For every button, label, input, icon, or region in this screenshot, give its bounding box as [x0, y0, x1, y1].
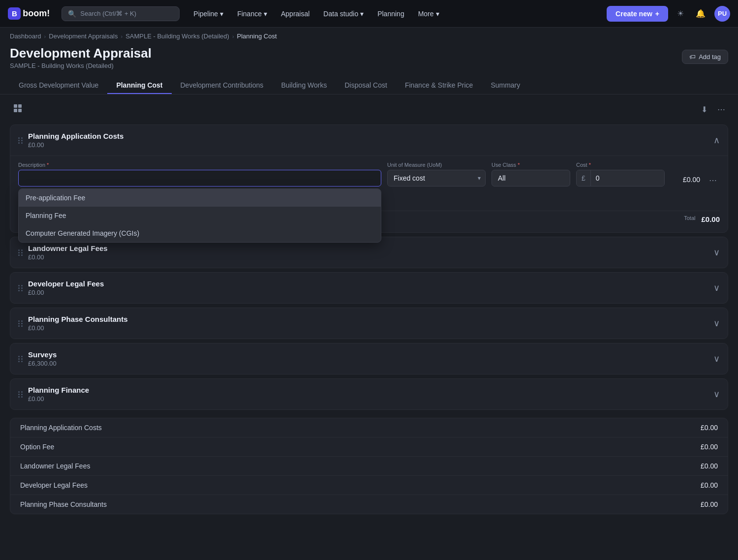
breadcrumb-dashboard[interactable]: Dashboard — [10, 32, 41, 40]
summary-row: Planning Phase Consultants £0.00 — [10, 495, 728, 514]
section-developer-legal-fees-header[interactable]: Developer Legal Fees £0.00 ∨ — [10, 273, 728, 303]
description-input-wrapper: Pre-application Fee Planning Fee Compute… — [18, 170, 381, 187]
add-tag-button[interactable]: 🏷 Add tag — [682, 50, 728, 64]
form-row: Description * Pre-application Fee Planni… — [18, 156, 720, 192]
use-class-display[interactable]: All — [492, 170, 570, 187]
row-amount: £0.00 — [671, 162, 700, 184]
section-title: Surveys — [28, 350, 708, 359]
search-icon: 🔍 — [68, 10, 76, 18]
section-amount: £0.00 — [28, 289, 708, 296]
create-new-button[interactable]: Create new + — [607, 6, 668, 22]
nav-appraisal[interactable]: Appraisal — [275, 7, 315, 21]
section-planning-phase-consultants: Planning Phase Consultants £0.00 ∨ — [10, 308, 728, 339]
page-subtitle: SAMPLE - Building Works (Detailed) — [10, 62, 152, 69]
section-surveys: Surveys £6,300.00 ∨ — [10, 343, 728, 374]
summary-row: Landowner Legal Fees £0.00 — [10, 457, 728, 476]
svg-rect-1 — [18, 104, 22, 108]
chevron-down-icon: ▾ — [220, 10, 223, 18]
tab-development-contributions[interactable]: Development Contributions — [172, 77, 273, 94]
theme-toggle-button[interactable]: ☀ — [674, 6, 687, 21]
section-amount: £0.00 — [28, 141, 708, 149]
drag-handle[interactable] — [18, 249, 23, 256]
uom-select[interactable]: Fixed cost — [387, 170, 486, 187]
collapse-icon[interactable]: ∧ — [713, 135, 720, 146]
summary-row: Option Fee £0.00 — [10, 437, 728, 457]
logo-icon: B — [8, 7, 21, 20]
chevron-down-icon: ▾ — [264, 10, 267, 18]
section-developer-legal-fees: Developer Legal Fees £0.00 ∨ — [10, 272, 728, 304]
download-button[interactable]: ⬇ — [698, 102, 710, 117]
section-planning-phase-consultants-header[interactable]: Planning Phase Consultants £0.00 ∨ — [10, 308, 728, 339]
nav-finance[interactable]: Finance ▾ — [231, 7, 273, 21]
tab-building-works[interactable]: Building Works — [272, 77, 336, 94]
nav-data-studio[interactable]: Data studio ▾ — [317, 7, 369, 21]
section-info: Planning Phase Consultants £0.00 — [28, 315, 708, 332]
nav-items: Pipeline ▾ Finance ▾ Appraisal Data stud… — [187, 7, 603, 21]
section-amount: £0.00 — [28, 324, 708, 332]
section-info: Surveys £6,300.00 — [28, 350, 708, 367]
grid-view-button[interactable] — [10, 100, 26, 119]
section-title: Planning Phase Consultants — [28, 315, 708, 323]
user-avatar[interactable]: PU — [714, 6, 730, 22]
breadcrumb: Dashboard › Development Appraisals › SAM… — [0, 28, 738, 40]
section-planning-application-costs-header[interactable]: Planning Application Costs £0.00 ∧ — [10, 125, 728, 156]
total-amount: £0.00 — [701, 215, 720, 223]
section-surveys-header[interactable]: Surveys £6,300.00 ∨ — [10, 343, 728, 374]
expand-icon[interactable]: ∨ — [713, 318, 720, 329]
section-amount: £0.00 — [28, 395, 708, 403]
drag-handle[interactable] — [18, 356, 23, 362]
nav-pipeline[interactable]: Pipeline ▾ — [187, 7, 229, 21]
nav-more[interactable]: More ▾ — [412, 7, 445, 21]
search-placeholder: Search (Ctrl/⌘ + K) — [80, 10, 136, 17]
section-title: Planning Finance — [28, 386, 708, 394]
summary-row-value: £0.00 — [701, 462, 718, 470]
chevron-down-icon: ▾ — [436, 10, 439, 18]
summary-row-label: Planning Application Costs — [20, 424, 102, 432]
drag-handle[interactable] — [18, 320, 23, 327]
summary-table: Planning Application Costs £0.00 Option … — [10, 418, 728, 514]
search-input[interactable]: 🔍 Search (Ctrl/⌘ + K) — [62, 6, 180, 21]
more-options-button[interactable]: ⋯ — [714, 102, 728, 117]
tab-summary[interactable]: Summary — [482, 77, 529, 94]
drag-handle[interactable] — [18, 285, 23, 291]
breadcrumb-development-appraisals[interactable]: Development Appraisals — [49, 32, 118, 40]
app-logo[interactable]: B boom! — [8, 7, 50, 20]
autocomplete-dropdown: Pre-application Fee Planning Fee Compute… — [18, 188, 381, 243]
autocomplete-item-cgis[interactable]: Computer Generated Imagery (CGIs) — [19, 224, 381, 242]
description-label: Description * — [18, 162, 381, 168]
autocomplete-item-planning-fee[interactable]: Planning Fee — [19, 207, 381, 224]
expand-icon[interactable]: ∨ — [713, 282, 720, 293]
tab-finance-strike-price[interactable]: Finance & Strike Price — [396, 77, 482, 94]
notifications-button[interactable]: 🔔 — [693, 6, 708, 21]
section-title: Developer Legal Fees — [28, 280, 708, 288]
tab-gross-development-value[interactable]: Gross Development Value — [10, 77, 107, 94]
description-input[interactable] — [18, 170, 381, 187]
nav-right-actions: Create new + ☀ 🔔 PU — [607, 6, 730, 22]
section-planning-finance: Planning Finance £0.00 ∨ — [10, 378, 728, 410]
section-amount: £0.00 — [28, 253, 708, 261]
summary-row-value: £0.00 — [701, 500, 718, 508]
section-planning-finance-header[interactable]: Planning Finance £0.00 ∨ — [10, 379, 728, 409]
svg-rect-2 — [14, 109, 17, 112]
drag-handle[interactable] — [18, 391, 23, 398]
expand-icon[interactable]: ∨ — [713, 389, 720, 400]
breadcrumb-separator: › — [232, 33, 234, 39]
autocomplete-item-pre-application-fee[interactable]: Pre-application Fee — [19, 189, 381, 207]
required-marker: * — [589, 162, 591, 168]
expand-icon[interactable]: ∨ — [713, 247, 720, 258]
use-class-group: Use Class * All — [492, 162, 570, 187]
required-marker: * — [518, 162, 520, 168]
page-title: Development Appraisal — [10, 46, 152, 61]
expand-icon[interactable]: ∨ — [713, 353, 720, 364]
tab-disposal-cost[interactable]: Disposal Cost — [336, 77, 396, 94]
uom-select-container: Fixed cost ▾ — [387, 170, 486, 187]
tab-planning-cost[interactable]: Planning Cost — [107, 77, 171, 94]
row-more-options-button[interactable]: ⋯ — [706, 162, 720, 188]
nav-planning[interactable]: Planning — [371, 7, 410, 21]
section-amount: £6,300.00 — [28, 360, 708, 367]
plus-icon: + — [655, 10, 659, 18]
cost-input[interactable] — [591, 170, 664, 186]
breadcrumb-sample-building-works[interactable]: SAMPLE - Building Works (Detailed) — [125, 32, 229, 40]
drag-handle[interactable] — [18, 137, 23, 144]
section-tabs: Gross Development Value Planning Cost De… — [0, 69, 738, 94]
